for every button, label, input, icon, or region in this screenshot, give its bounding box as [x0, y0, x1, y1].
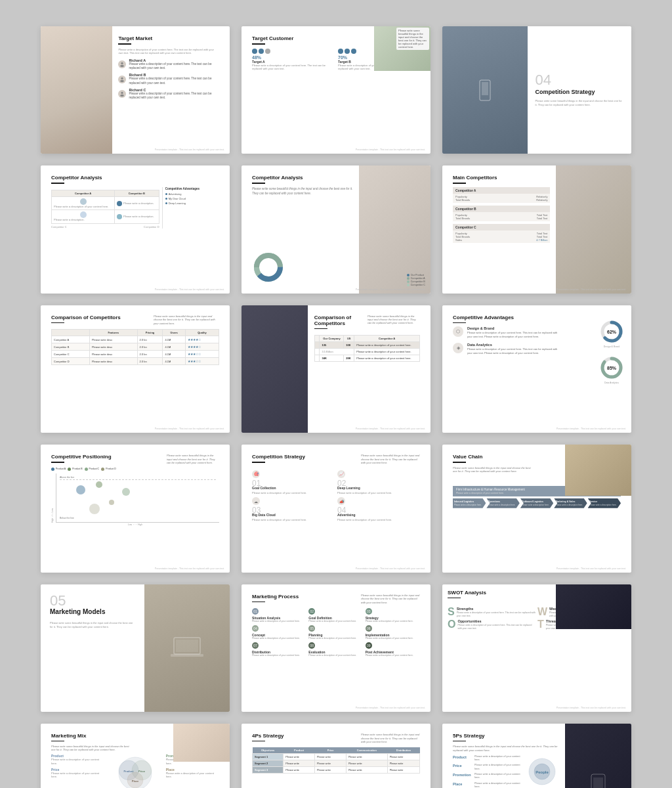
y-axis-label: High ↑ / ↓ Low [51, 473, 54, 523]
mix-center: Product Price Place [108, 754, 161, 788]
chain-item-3: Outbound Logistics Please write a descri… [520, 498, 553, 508]
five-ps-content: 5Ps Strategy Please write some beautiful… [453, 733, 558, 788]
person-row-3: Richard C Please write a description of … [118, 88, 219, 100]
table-row: Competitor DPlease write desc2.0 bn4.1M★… [52, 358, 219, 365]
slide-number: 05 [50, 594, 135, 608]
bubble-d [109, 500, 114, 505]
process-desc-3: Please write a description of your conte… [366, 620, 420, 623]
table-row: 3.5 Billion Please write a description o… [314, 349, 419, 355]
slide-footer: Presentation template - This text can be… [155, 148, 224, 151]
person-group [252, 49, 334, 54]
process-grid: 01 Situation Analysis Please write a des… [252, 608, 420, 657]
above-line-label: Above the line [60, 476, 216, 480]
right-image [565, 445, 631, 496]
slide-competitor-analysis-chart: Competitor Analysis Please write some be… [242, 165, 430, 293]
process-7: 07 Distribution Please write a descripti… [252, 642, 306, 657]
person-info: Richard A Please write a description of … [129, 58, 219, 71]
slide-footer: Presentation template - This text can be… [356, 567, 425, 570]
process-desc-5: Please write a description of your conte… [308, 637, 363, 640]
adv-section-2: ◈ Data Analytics Please write a descript… [453, 343, 562, 355]
strat-desc-1: Please write a description of your conte… [252, 491, 335, 495]
slide-competitive-positioning: Competitive Positioning Please write som… [41, 445, 230, 572]
slide-marketing-process: Marketing Process Please write some beau… [242, 584, 430, 712]
legend-dot-b [68, 468, 71, 471]
slide-footer: Presentation template - This text can be… [556, 567, 626, 570]
svg-point-2 [121, 77, 123, 79]
slide-content: Target Market Please write a description… [118, 35, 219, 100]
chain-arrows: Inbound Logistics Please write a descrip… [453, 498, 621, 508]
quote-text: Please write some beautiful things in th… [361, 733, 420, 744]
adv-section-1: ⬡ Design & Brand Please write a descript… [453, 326, 562, 339]
slide-footer: Presentation template - This text can be… [356, 288, 425, 291]
slide-title: Comparison of Competitors [51, 315, 121, 320]
five-ps-body: Product Please write a description of yo… [453, 755, 558, 788]
svg-point-5 [121, 95, 125, 97]
header-area: 5Ps Strategy [453, 733, 558, 745]
svg-text:Product: Product [123, 770, 134, 773]
comp-row-4: Total BrandsTotal Text [455, 217, 547, 220]
target-a-desc: Please write a description of your conte… [252, 64, 334, 71]
svg-point-1 [121, 65, 125, 67]
strategy-1: 🎯 01 Goal Collection Please write a desc… [252, 470, 335, 495]
process-desc-1: Please write a description of your conte… [252, 620, 306, 623]
title-block: SWOT Analysis [448, 590, 486, 602]
chain-item-2: Operations Please write a description he… [486, 498, 519, 508]
slide-title: SWOT Analysis [448, 590, 486, 596]
slide-content: Comparison of Competitors Please write s… [314, 315, 420, 362]
title-area: Comparison of Competitors [51, 315, 121, 327]
swot-letter-s: S [448, 607, 455, 617]
svg-point-4 [121, 92, 123, 94]
row-name: Competitor B [52, 343, 90, 351]
mix-left: Product Please write a description of yo… [51, 754, 104, 788]
slide-target-customer: Please write some beautiful things in th… [242, 26, 430, 154]
slide-title: Main Competitors [453, 175, 550, 181]
ps-col-product: Product [284, 747, 315, 754]
body-text: Please write a description of your conte… [118, 48, 219, 55]
chain-item-5: Service Please write a description here. [588, 498, 621, 508]
process-desc-9: Please write a description of your conte… [366, 654, 420, 657]
legend-dot-c [85, 468, 88, 471]
table-row: 34K 28K Please write a description of yo… [314, 355, 419, 362]
slide-footer: Presentation template - This text can be… [155, 567, 224, 570]
legend-dot-1 [407, 274, 410, 276]
stat-135: 135 [320, 342, 344, 349]
title-area: Value Chain [453, 454, 482, 466]
col-name [52, 330, 90, 336]
ps-table: Objectives Product Price Communication D… [252, 747, 420, 774]
comp-box-c: Competitor C PopularityTotal Text Total … [453, 224, 550, 243]
slide-comparison-table: Comparison of Competitors Please write s… [41, 305, 230, 433]
right-donuts: 62% Design & Brand 85% Data Analytics [598, 318, 625, 384]
slide-comparison-numbers: Comparison of Competitors Please write s… [242, 305, 430, 433]
slide-footer: Presentation template - This text can be… [556, 288, 626, 291]
adv-dot-3 [165, 202, 167, 204]
adv-info-2: Data Analytics Please write a descriptio… [467, 343, 562, 355]
title-underline [252, 183, 265, 184]
quote-text: Please write some beautiful things in th… [453, 745, 558, 752]
process-num-2: 02 [308, 608, 315, 615]
quote-text: Please write some beautiful things in th… [167, 454, 219, 465]
table-row: 135 108 Please write a description of yo… [314, 342, 419, 349]
legend-comp-b: Competitor B [407, 280, 425, 283]
process-desc-8: Please write a description of your conte… [308, 654, 363, 657]
slide-competitor-analysis-table: Competitor Analysis Competitor A Competi… [41, 165, 230, 293]
slide-title: Competitor Analysis [252, 175, 353, 181]
process-num-6: 06 [366, 625, 372, 632]
dark-image [556, 584, 631, 629]
title-underline [314, 328, 327, 330]
icon-a2 [80, 211, 87, 218]
left-content: 05 Marketing Models Please write some be… [41, 584, 144, 638]
slide-title: Target Market [118, 35, 219, 41]
title-underline [51, 322, 64, 324]
slide-footer: Presentation template - This text can be… [155, 427, 224, 430]
slide-4ps-strategy: 4Ps Strategy Please write some beautiful… [242, 724, 430, 788]
title-underline [453, 462, 466, 463]
quote-text: Please write some beautiful things in th… [361, 594, 420, 605]
legend-c: Product C [85, 468, 100, 471]
row-name: Competitor D [52, 358, 90, 365]
comp-box-b-header: Competitor B [453, 206, 550, 212]
swot-letter-o: O [448, 619, 455, 630]
bubble-c [122, 488, 130, 496]
slide-title: 4Ps Strategy [252, 733, 284, 739]
comp-box-a-content: PopularityRelatively Total BrandsRelativ… [453, 194, 550, 203]
process-2: 02 Goal Definition Please write a descri… [308, 608, 363, 623]
